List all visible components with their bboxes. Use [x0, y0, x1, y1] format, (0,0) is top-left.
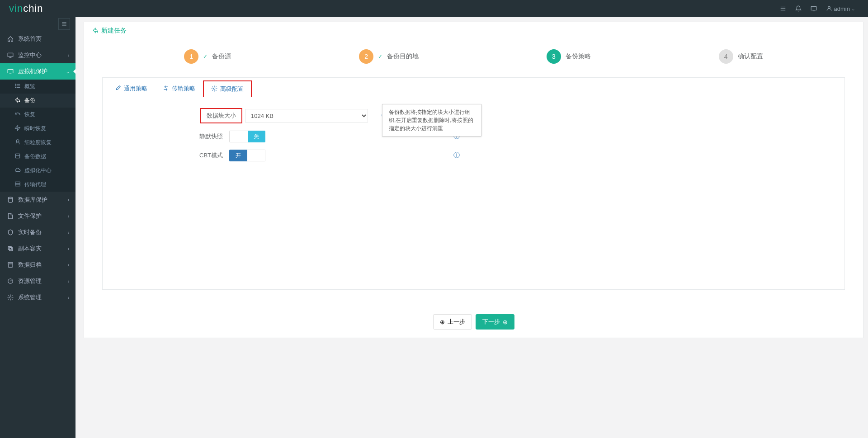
svg-rect-29	[9, 264, 12, 268]
svg-rect-8	[62, 25, 66, 25]
display-icon[interactable]	[806, 0, 821, 17]
svg-rect-6	[62, 23, 66, 23]
step-3[interactable]: 3备份策略	[547, 49, 591, 64]
nav-item-7[interactable]: 数据归档‹	[0, 257, 75, 273]
home-icon	[6, 36, 14, 42]
nav-item-3[interactable]: 数据库保护‹	[0, 192, 75, 208]
chevron-icon: ⌵	[66, 69, 69, 74]
cloud-icon	[14, 167, 22, 174]
svg-rect-2	[780, 10, 785, 10]
sub-item-3[interactable]: 瞬时恢复	[0, 122, 75, 136]
share-icon	[14, 97, 22, 104]
cbt-label: CBT模式	[112, 151, 229, 160]
share-icon	[92, 27, 99, 35]
svg-rect-1	[780, 8, 785, 9]
sub-item-4[interactable]: 细粒度恢复	[0, 136, 75, 150]
tab-0[interactable]: 通用策略	[107, 80, 155, 97]
chevron-icon: ‹	[68, 214, 69, 219]
bell-icon[interactable]	[791, 0, 806, 17]
chevron-icon: ‹	[68, 263, 69, 268]
svg-point-16	[15, 84, 16, 85]
logo: vinchin	[9, 3, 43, 14]
nav-item-8[interactable]: 资源管理‹	[0, 273, 75, 289]
svg-rect-7	[62, 24, 66, 24]
nav-item-0[interactable]: 系统首页	[0, 31, 75, 47]
chevron-down-icon: ⌵	[852, 6, 854, 11]
copy-icon	[6, 245, 14, 252]
undo-icon	[14, 111, 22, 118]
svg-rect-27	[8, 246, 11, 250]
svg-rect-11	[8, 69, 13, 73]
chevron-icon: ‹	[68, 295, 69, 300]
svg-rect-0	[780, 7, 785, 7]
nav-item-6[interactable]: 副本容灾‹	[0, 240, 75, 257]
dash-icon	[6, 278, 14, 284]
svg-rect-21	[15, 154, 19, 158]
svg-marker-19	[15, 125, 20, 131]
gear-icon	[6, 294, 14, 301]
tabs: 通用策略传输策略高级配置	[103, 78, 844, 97]
arrow-left-icon: ⊕	[440, 319, 445, 325]
shield-icon	[6, 229, 14, 235]
nav-item-2[interactable]: 虚拟机保护⌵	[0, 63, 75, 80]
swap-icon	[163, 85, 169, 93]
step-number: 3	[547, 49, 561, 64]
info-icon[interactable]: ⓘ	[453, 151, 460, 160]
monitor-icon	[6, 52, 14, 58]
sub-item-5[interactable]: 备份数据	[0, 150, 75, 164]
nav-item-5[interactable]: 实时备份‹	[0, 224, 75, 240]
bolt-icon	[14, 125, 22, 132]
svg-line-31	[10, 280, 11, 281]
sub-item-7[interactable]: 传输代理	[0, 178, 75, 192]
panel-title: 新建任务	[101, 27, 127, 35]
form-area: 通用策略传输策略高级配置 数据块大小 1024 KB ⓘ 备份数据将按指定的块大…	[102, 77, 845, 290]
tab-1[interactable]: 传输策略	[155, 80, 203, 97]
svg-rect-3	[811, 6, 816, 10]
archive-icon	[6, 262, 14, 268]
check-icon: ✓	[378, 53, 382, 60]
nav-item-1[interactable]: 监控中心‹	[0, 47, 75, 63]
nav-item-9[interactable]: 系统管理‹	[0, 289, 75, 306]
form-body: 数据块大小 1024 KB ⓘ 备份数据将按指定的块大小进行组织,在开启重复数据…	[103, 97, 844, 179]
sub-item-0[interactable]: 概览	[0, 80, 75, 94]
tab-2[interactable]: 高级配置	[203, 80, 252, 97]
topbar: vinchin admin ⌵	[0, 0, 868, 17]
nav-item-4[interactable]: 文件保护‹	[0, 208, 75, 224]
prev-button[interactable]: ⊕ 上一步	[433, 314, 472, 330]
svg-point-25	[8, 197, 12, 199]
main-content: 新建任务 1✓备份源2✓备份目的地3备份策略4确认配置 通用策略传输策略高级配置…	[75, 17, 868, 343]
sub-item-1[interactable]: 备份	[0, 94, 75, 108]
display-icon	[6, 68, 14, 75]
sidebar-collapse-button[interactable]	[58, 18, 70, 30]
next-button[interactable]: 下一步 ⊕	[476, 314, 514, 330]
server-icon	[14, 181, 22, 188]
quiesce-toggle[interactable]: 关	[229, 131, 265, 142]
file-icon	[6, 213, 14, 219]
svg-point-17	[15, 85, 16, 86]
block-size-label: 数据块大小	[200, 108, 242, 123]
gear-icon	[211, 85, 217, 93]
baby-icon	[14, 139, 22, 146]
svg-rect-24	[15, 184, 20, 186]
chevron-icon: ‹	[68, 198, 69, 203]
step-4[interactable]: 4确认配置	[719, 49, 763, 64]
step-2[interactable]: 2✓备份目的地	[359, 49, 419, 64]
svg-rect-9	[8, 53, 13, 57]
user-menu[interactable]: admin ⌵	[821, 5, 859, 12]
cbt-toggle[interactable]: 开	[229, 150, 265, 161]
panel-header: 新建任务	[84, 22, 863, 39]
svg-point-5	[828, 6, 830, 9]
step-1[interactable]: 1✓备份源	[184, 49, 231, 64]
sub-item-2[interactable]: 恢复	[0, 108, 75, 122]
sidebar: 系统首页监控中心‹虚拟机保护⌵概览备份恢复瞬时恢复细粒度恢复备份数据虚拟化中心传…	[0, 17, 75, 343]
svg-point-18	[15, 87, 16, 88]
block-size-select[interactable]: 1024 KB	[245, 109, 368, 122]
list-icon[interactable]	[775, 0, 791, 17]
svg-point-33	[213, 88, 215, 89]
username: admin	[834, 5, 850, 12]
svg-point-32	[9, 297, 11, 298]
wizard-footer: ⊕ 上一步 下一步 ⊕	[84, 312, 863, 338]
sub-item-6[interactable]: 虚拟化中心	[0, 164, 75, 178]
chevron-icon: ‹	[68, 53, 69, 58]
svg-rect-23	[15, 182, 20, 184]
